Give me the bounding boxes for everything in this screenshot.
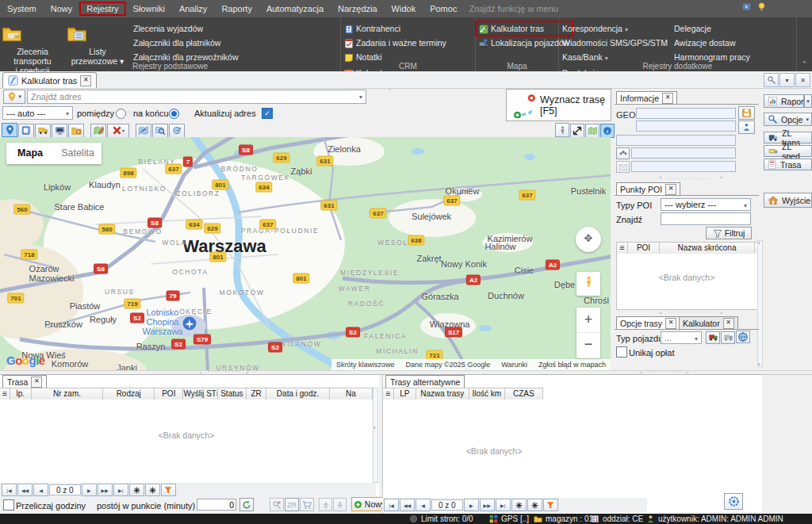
globe-sync-button[interactable] — [169, 124, 185, 138]
tab-kalkulator[interactable]: Kalkulator ✕ — [679, 316, 738, 330]
tab-kalkulator-tras[interactable]: Kalkulator tras ✕ — [2, 72, 97, 88]
name-input[interactable] — [616, 135, 736, 146]
route-map-button[interactable] — [136, 124, 151, 138]
address-pin-button[interactable]: ▾ — [3, 90, 25, 104]
minimap-button[interactable] — [585, 124, 599, 138]
address2-input[interactable] — [636, 120, 736, 132]
tab-opcje-trasy[interactable]: Opcje trasy ✕ — [616, 316, 680, 330]
ribbon-item-zlecenia-wyjazd-w[interactable]: Zlecenia wyjazdów — [130, 21, 241, 36]
zoom-in-button[interactable]: + — [576, 308, 600, 333]
map-type-map[interactable]: Mapa — [6, 143, 54, 164]
wyj-cie-button[interactable]: Wyjście — [764, 193, 812, 208]
column-header-lp[interactable]: LP — [394, 388, 416, 400]
column-header-poi[interactable]: POI — [155, 388, 183, 400]
menu-item-system[interactable]: System — [0, 2, 44, 16]
menu-item-rejestry[interactable]: Rejestry — [79, 2, 125, 16]
truck-yellow-button[interactable] — [35, 124, 51, 138]
move-up-button[interactable] — [319, 498, 332, 511]
raporty-button[interactable]: Raporty▾ — [764, 94, 804, 108]
map-pan-control[interactable]: ✥ — [576, 227, 601, 252]
tab-informacje[interactable]: Informacje ✕ — [616, 91, 677, 105]
tab-dropdown-button[interactable]: ▾ — [779, 73, 795, 87]
tab-bar-close-button[interactable]: ✕ — [795, 73, 810, 87]
menu-item-raporty[interactable]: Raporty — [214, 2, 259, 16]
row-selector-header[interactable]: ☰ — [383, 388, 394, 400]
menu-item-automatyzacja[interactable]: Automatyzacja — [259, 2, 331, 16]
filter-row-button[interactable] — [543, 499, 558, 511]
pin-button[interactable] — [2, 123, 17, 137]
ribbon-item-kalkulator-tras[interactable]: Kalkulator tras — [476, 21, 573, 36]
menu-item-widok[interactable]: Widok — [385, 2, 423, 16]
informacje-close-icon[interactable]: ✕ — [662, 93, 673, 104]
bookmark-button[interactable] — [129, 484, 144, 496]
poi-splitter[interactable]: ⌄ ·············· ⌄ — [658, 309, 725, 316]
menu-item-pomoc[interactable]: Pomoc — [423, 2, 464, 16]
bookmark2-button[interactable] — [145, 484, 160, 496]
fast-back-button[interactable]: ◀◀ — [17, 484, 33, 496]
mail-input[interactable] — [631, 161, 736, 172]
row-selector-header[interactable]: ☰ — [617, 243, 628, 254]
first-page-button[interactable]: |◀ — [2, 484, 17, 496]
monitor-button[interactable] — [52, 124, 67, 138]
map-canvas[interactable]: WarszawaZielonkaZąbkiLipkówKlaudynStare … — [0, 137, 611, 370]
prev-page-button[interactable]: ◀ — [33, 484, 48, 496]
last-page-button[interactable]: ▶| — [113, 484, 128, 496]
globe-blue-button[interactable] — [736, 331, 750, 343]
truck-gray-button[interactable] — [721, 331, 735, 344]
column-header-nazwa-trasy[interactable]: Nazwa trasy — [416, 388, 469, 400]
column-header-nr-zam-[interactable]: Nr zam. — [32, 388, 103, 400]
auto-mode-select[interactable]: --- auto --- ▾ — [2, 106, 73, 120]
red-x-button[interactable]: ▾ — [107, 124, 129, 138]
przeliczaj-checkbox[interactable] — [3, 499, 14, 511]
tab-close-icon[interactable]: ✕ — [80, 75, 91, 86]
ribbon-collapse-button[interactable]: ⌃ — [801, 60, 807, 68]
map-zoom-button[interactable] — [152, 124, 168, 138]
column-header-zr[interactable]: ZR — [247, 388, 266, 400]
truck-red-button[interactable] — [706, 331, 720, 344]
info-button[interactable]: i — [600, 124, 615, 138]
znajdz-input[interactable] — [661, 212, 751, 225]
trasa-button[interactable]: Trasa — [764, 159, 812, 170]
radio-end[interactable] — [169, 109, 179, 119]
ribbon-item-kontrahenci[interactable]: Kontrahenci — [341, 21, 450, 36]
phone-input[interactable] — [631, 147, 736, 159]
poi-close-icon[interactable]: ✕ — [665, 184, 676, 195]
typy-poi-select[interactable]: --- wybierz --- ▾ — [661, 198, 751, 211]
unikaj-oplat-checkbox[interactable] — [616, 346, 627, 358]
zr-button[interactable]: ZR — [285, 498, 299, 511]
expand-arrows-button[interactable] — [570, 124, 584, 138]
column-header-data-i-godz-[interactable]: Data i godz. — [266, 388, 329, 400]
filter-button[interactable]: Filtruj — [706, 227, 752, 239]
alt-table-header[interactable]: ☰LPNazwa trasyIlość kmCZAS — [383, 388, 543, 400]
last-page-button[interactable]: ▶| — [496, 499, 511, 511]
next-page-button[interactable]: ▶ — [82, 484, 97, 496]
row-selector-header[interactable]: ☰ — [0, 388, 10, 400]
ribbon-item-za-czniki-dla-p-atnik-w[interactable]: Załączniki dla płatników — [130, 36, 241, 50]
zoom-out-button[interactable]: − — [576, 333, 600, 358]
filter-row-button[interactable] — [161, 484, 176, 496]
right-vsplitter[interactable]: ›› — [757, 240, 763, 367]
settings-gear-button[interactable] — [724, 493, 743, 510]
ribbon-item-zadania-i-wa-ne-terminy[interactable]: Zadania i ważne terminy — [341, 36, 450, 50]
trasa-vsplitter[interactable]: › — [373, 388, 378, 483]
tab-trasy-alternatywne[interactable]: Trasy alternatywne — [385, 375, 465, 388]
column-header-status[interactable]: Status — [218, 388, 247, 400]
menu-item-słowniki[interactable]: Słowniki — [126, 2, 172, 16]
address-search-input[interactable]: Znajdź adres ▾ — [27, 90, 366, 104]
address-book-button[interactable] — [18, 124, 34, 138]
column-header-ilo-km[interactable]: Ilość km — [469, 388, 505, 400]
ribbon-item-delegacje[interactable]: Delegacje — [671, 21, 753, 36]
refresh-button[interactable] — [239, 498, 254, 511]
column-header-poi[interactable]: POI — [628, 243, 660, 254]
column-header-lp-[interactable]: lp. — [10, 388, 32, 400]
kalkulator-close-icon[interactable]: ✕ — [723, 318, 734, 329]
bookmark2-button[interactable] — [527, 499, 542, 511]
trasa-tab-close-icon[interactable]: ✕ — [31, 377, 42, 388]
pegman-gray-button[interactable] — [555, 123, 569, 137]
ribbon-item-lokalizacja-pojazd-w[interactable]: Lokalizacja pojazdów — [476, 36, 573, 50]
attribution-item[interactable]: Zgłoś błąd w mapach — [538, 361, 606, 369]
raporty-dropdown-button[interactable]: ▾ — [804, 94, 812, 108]
info-splitter[interactable]: ⌃ ·············· ⌃ — [658, 176, 725, 182]
first-page-button[interactable]: |◀ — [384, 499, 399, 511]
trasa-table-header[interactable]: ☰lp.Nr zam.RodzajPOIWyślij STmStatusZRDa… — [0, 388, 373, 400]
